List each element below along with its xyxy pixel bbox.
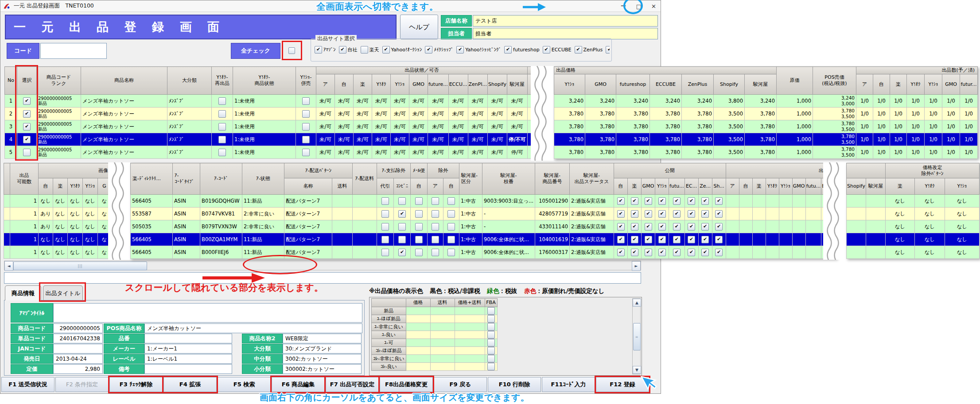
cell[interactable]: 未/可 xyxy=(488,146,507,159)
cell[interactable]: 428057719 xyxy=(535,208,570,220)
cell[interactable]: 配送パターン7 xyxy=(284,208,332,220)
checkbox-cell[interactable]: ✔ xyxy=(669,246,685,259)
checkbox-cell[interactable] xyxy=(443,220,459,233)
cell[interactable] xyxy=(805,220,821,233)
checkbox-cell[interactable]: ✔ xyxy=(17,108,37,120)
cell[interactable] xyxy=(353,233,377,246)
checkbox[interactable] xyxy=(447,197,455,205)
checkbox[interactable]: ✔ xyxy=(673,223,681,231)
checkbox-cell[interactable] xyxy=(428,246,443,259)
cell[interactable]: 未/可 xyxy=(468,146,487,159)
cell[interactable] xyxy=(455,339,485,347)
cell[interactable]: 1:中古 xyxy=(459,233,482,246)
checkbox[interactable]: ✔ xyxy=(631,197,638,205)
checkbox[interactable]: ✔ xyxy=(339,46,346,54)
checkbox[interactable] xyxy=(487,339,495,346)
cell[interactable]: 1/0 xyxy=(942,146,960,159)
cell[interactable]: 未/可 xyxy=(488,95,507,108)
checkbox[interactable]: ✔ xyxy=(456,46,464,54)
checkbox[interactable] xyxy=(487,363,495,370)
cell[interactable]: ﾕ-可 xyxy=(372,339,406,347)
cell[interactable]: なし xyxy=(915,195,945,208)
cell[interactable] xyxy=(406,363,430,371)
checkbox-cell[interactable] xyxy=(485,347,497,355)
table-row[interactable]: 1なしなしなしなしな xyxy=(4,233,111,246)
checkbox[interactable]: ✔ xyxy=(688,210,695,218)
cell[interactable]: 1 xyxy=(10,195,39,208)
cell[interactable]: なし xyxy=(68,208,83,220)
cell[interactable]: なし xyxy=(68,246,83,259)
cell[interactable]: 1/0 xyxy=(925,133,942,146)
cell[interactable] xyxy=(779,208,792,220)
cell[interactable]: 3,780 xyxy=(745,133,777,146)
form-value-3[interactable] xyxy=(53,344,103,354)
cell[interactable] xyxy=(332,246,353,259)
checkbox-cell[interactable] xyxy=(485,323,497,331)
checkbox-cell[interactable]: ✔ xyxy=(642,220,655,233)
cell[interactable]: 1:未使用 xyxy=(233,95,296,108)
checkbox-cell[interactable] xyxy=(377,195,394,208)
checkbox-cell[interactable]: ✔ xyxy=(642,195,655,208)
checkbox-cell[interactable] xyxy=(411,220,428,233)
checkbox-cell[interactable] xyxy=(212,133,233,146)
cell[interactable] xyxy=(805,246,821,259)
cell[interactable]: なし xyxy=(53,195,68,208)
cell[interactable]: 1/0 xyxy=(890,133,907,146)
form-right-value-3[interactable]: 300002:カットソー xyxy=(283,364,362,374)
cell[interactable] xyxy=(726,195,739,208)
checkbox-cell[interactable] xyxy=(485,315,497,323)
checkbox-cell[interactable]: ✔ xyxy=(614,246,628,259)
checkbox-cell[interactable]: ✔ xyxy=(669,233,685,246)
cell[interactable] xyxy=(430,315,455,323)
fkey-button-f4[interactable]: F4 拡張 xyxy=(163,377,217,392)
cell[interactable]: 1/0 xyxy=(907,108,925,120)
form-value-4[interactable]: 2013-04-24 xyxy=(53,354,103,364)
cell[interactable]: 1,000 xyxy=(777,133,813,146)
cell[interactable]: 1 xyxy=(10,246,39,259)
checkbox[interactable]: ✔ xyxy=(645,236,652,243)
cell[interactable] xyxy=(455,331,485,339)
checkbox-cell[interactable]: ✔ xyxy=(698,208,712,220)
vertical-scrollbar[interactable]: ▲ = ▼ xyxy=(632,298,641,374)
checkbox[interactable]: ✔ xyxy=(617,249,625,256)
cell[interactable]: B079TVXN3W xyxy=(200,220,242,233)
checkbox[interactable] xyxy=(432,197,439,205)
checkbox-cell[interactable] xyxy=(428,195,443,208)
cell[interactable] xyxy=(866,233,886,246)
fkey-button-f8[interactable]: F8出品価格変更 xyxy=(380,377,433,392)
cell[interactable]: 3,240 xyxy=(682,95,714,108)
checkbox[interactable] xyxy=(415,210,423,218)
table-row[interactable]: 3,7803,7803,7803,7803,7803,5003,7801,000… xyxy=(554,120,978,133)
cell[interactable]: 1/0 xyxy=(890,95,907,108)
checkbox-cell[interactable] xyxy=(296,133,316,146)
checkbox-cell[interactable]: ✔ xyxy=(698,220,712,233)
cell[interactable]: 3,240 xyxy=(650,95,682,108)
cell[interactable]: なし xyxy=(945,233,980,246)
checkbox-cell[interactable]: ✔ xyxy=(712,208,726,220)
cell[interactable]: 2:通販&実店舗 xyxy=(570,246,614,259)
cell[interactable] xyxy=(4,246,10,259)
cell[interactable]: 505035 xyxy=(131,220,173,233)
cell[interactable]: ﾒﾝｽﾞﾌﾞ xyxy=(167,120,212,133)
table-row[interactable]: なしなしなし xyxy=(847,220,980,233)
form-right-value-0[interactable]: WEB限定 xyxy=(283,334,362,343)
checkbox[interactable] xyxy=(415,197,423,205)
cell[interactable]: 566405 xyxy=(131,195,173,208)
cell[interactable] xyxy=(866,195,886,208)
site-checkbox-ECCUBE[interactable]: ✔ECCUBE xyxy=(543,46,572,54)
cell[interactable]: 1:中古 xyxy=(459,195,482,208)
cell[interactable]: B019GDQHGW xyxy=(200,195,242,208)
checkbox-cell[interactable]: ✔ xyxy=(628,233,642,246)
checkbox-cell[interactable] xyxy=(443,233,459,246)
cell[interactable]: 1/0 xyxy=(925,120,942,133)
checkbox-cell[interactable] xyxy=(485,363,497,371)
cell[interactable]: 未/可 xyxy=(391,120,409,133)
checkbox-cell[interactable]: ✔ xyxy=(628,208,642,220)
cell[interactable]: なし xyxy=(945,208,980,220)
person-value[interactable]: 担当者 xyxy=(473,28,658,39)
cell[interactable]: 3 xyxy=(5,120,17,133)
cell[interactable]: 3,780 xyxy=(616,108,650,120)
cell[interactable] xyxy=(847,246,866,259)
checkbox-cell[interactable] xyxy=(394,195,411,208)
cell[interactable]: なし xyxy=(915,233,945,246)
